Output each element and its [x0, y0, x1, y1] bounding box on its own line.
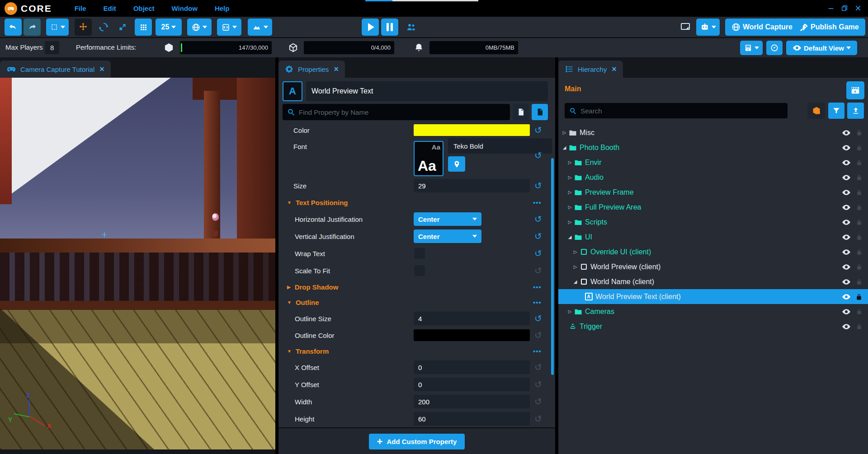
world-settings-dropdown[interactable]: [187, 19, 212, 36]
tab-hierarchy[interactable]: Hierarchy ×: [558, 61, 623, 78]
hierarchy-search-input[interactable]: [580, 107, 783, 115]
lock-icon[interactable]: [856, 219, 863, 225]
tree-row[interactable]: ▷ World Preview (client): [558, 259, 868, 274]
height-input[interactable]: [414, 412, 530, 426]
tree-row[interactable]: ▷ Scripts: [558, 215, 868, 229]
bot-tools-dropdown[interactable]: [696, 19, 720, 36]
lock-icon[interactable]: [856, 323, 863, 330]
expander-collapsed-icon[interactable]: ▷: [561, 130, 568, 135]
expander-collapsed-icon[interactable]: ▷: [566, 175, 573, 180]
reset-icon[interactable]: ↺: [534, 232, 542, 241]
copy-properties-button[interactable]: [513, 104, 529, 120]
x-offset-input[interactable]: [414, 360, 530, 374]
eye-icon[interactable]: [842, 262, 851, 271]
rotate-tool-button[interactable]: [95, 19, 112, 36]
menu-edit[interactable]: Edit: [98, 3, 122, 14]
filter-button[interactable]: [828, 103, 844, 119]
eye-icon[interactable]: [842, 322, 851, 331]
reset-icon[interactable]: ↺: [534, 181, 542, 190]
publish-game-button[interactable]: Publish Game: [793, 19, 865, 36]
deinstance-button[interactable]: [807, 103, 825, 119]
grid-snap-button[interactable]: [135, 19, 152, 36]
menu-help[interactable]: Help: [209, 3, 235, 14]
screen-share-button[interactable]: [677, 19, 693, 36]
tree-row[interactable]: ▷ Cameras: [558, 304, 868, 319]
wrap-text-checkbox[interactable]: [414, 248, 425, 259]
eye-icon[interactable]: [842, 158, 851, 167]
save-dropdown[interactable]: [740, 41, 763, 55]
scale-to-fit-checkbox[interactable]: [414, 265, 425, 276]
add-custom-property-button[interactable]: + Add Custom Property: [369, 434, 465, 449]
eye-icon[interactable]: [842, 143, 851, 152]
expander-collapsed-icon[interactable]: ▷: [566, 190, 573, 195]
lock-icon[interactable]: [856, 159, 863, 166]
eye-icon[interactable]: [842, 248, 851, 257]
section-menu-icon[interactable]: •••: [533, 199, 542, 206]
close-tab-icon[interactable]: ×: [334, 65, 339, 74]
expander-collapsed-icon[interactable]: ▷: [566, 309, 573, 314]
section-text-positioning[interactable]: ▼ Text Positioning •••: [278, 194, 548, 211]
lock-icon[interactable]: [856, 278, 863, 285]
multiplayer-preview-button[interactable]: [402, 19, 420, 36]
section-menu-icon[interactable]: •••: [533, 283, 542, 291]
section-outline[interactable]: ▼ Outline •••: [278, 295, 548, 310]
tree-row[interactable]: Trigger: [558, 319, 868, 334]
y-offset-input[interactable]: [414, 378, 530, 391]
menu-object[interactable]: Object: [128, 3, 160, 14]
close-tab-icon[interactable]: ×: [612, 65, 617, 74]
font-picker-button[interactable]: [448, 156, 465, 172]
move-tool-button[interactable]: [75, 19, 92, 36]
lock-icon[interactable]: [856, 144, 863, 151]
tree-row[interactable]: ▷ Envir: [558, 155, 868, 170]
eye-icon[interactable]: [842, 128, 851, 137]
object-name-input[interactable]: [306, 81, 548, 101]
close-tab-icon[interactable]: ×: [99, 65, 104, 74]
section-menu-icon[interactable]: •••: [533, 299, 542, 306]
eye-icon[interactable]: [842, 292, 851, 301]
section-drop-shadow[interactable]: ▶ Drop Shadow •••: [278, 279, 548, 295]
snap-size-dropdown[interactable]: 25: [156, 19, 182, 36]
world-capture-button[interactable]: World Capture: [725, 19, 799, 36]
eye-icon[interactable]: [842, 233, 851, 242]
lock-icon[interactable]: [856, 204, 863, 211]
expander-expanded-icon[interactable]: ◢: [566, 234, 573, 239]
section-transform[interactable]: ▼ Transform •••: [278, 343, 548, 359]
pause-button[interactable]: [381, 19, 398, 36]
reset-icon[interactable]: ↺: [534, 215, 542, 224]
expander-collapsed-icon[interactable]: ▷: [566, 205, 573, 210]
expander-collapsed-icon[interactable]: ▷: [566, 160, 573, 165]
script-dropdown[interactable]: [217, 19, 241, 36]
paste-properties-button[interactable]: [532, 104, 548, 120]
select-tool-dropdown[interactable]: [46, 19, 69, 36]
tree-row[interactable]: ▷ Override UI (client): [558, 244, 868, 259]
lock-icon[interactable]: [856, 129, 863, 136]
reset-icon[interactable]: ↺: [534, 249, 542, 258]
reset-icon[interactable]: ↺: [534, 151, 542, 160]
redo-button[interactable]: [24, 19, 41, 36]
menu-file[interactable]: File: [69, 3, 92, 14]
eye-icon[interactable]: [842, 188, 851, 197]
menu-window[interactable]: Window: [166, 3, 203, 14]
reset-icon[interactable]: ↺: [534, 314, 542, 323]
close-button[interactable]: [854, 4, 863, 13]
section-menu-icon[interactable]: •••: [533, 347, 542, 355]
eye-icon[interactable]: [842, 218, 851, 227]
reset-icon[interactable]: ↺: [534, 414, 542, 423]
color-swatch[interactable]: [414, 124, 530, 136]
lock-icon[interactable]: [856, 308, 863, 315]
tree-row[interactable]: ▷ Full Preview Area: [558, 200, 868, 215]
minimize-button[interactable]: [826, 4, 835, 13]
performance-gauge-button[interactable]: [766, 41, 783, 55]
expander-expanded-icon[interactable]: ◢: [572, 279, 579, 284]
lock-icon[interactable]: [856, 248, 863, 255]
export-button[interactable]: [847, 103, 864, 119]
viewport-3d-scene[interactable]: Z Y X: [0, 78, 275, 449]
reset-icon[interactable]: ↺: [534, 331, 542, 340]
tree-row[interactable]: ◢ Photo Booth: [558, 140, 868, 155]
eye-icon[interactable]: [842, 173, 851, 182]
font-preview-box[interactable]: Aa Aa: [414, 141, 443, 176]
lock-icon[interactable]: [856, 263, 863, 270]
lock-icon[interactable]: [855, 293, 863, 300]
expander-collapsed-icon[interactable]: ▷: [572, 264, 579, 269]
expander-collapsed-icon[interactable]: ▷: [572, 249, 579, 254]
